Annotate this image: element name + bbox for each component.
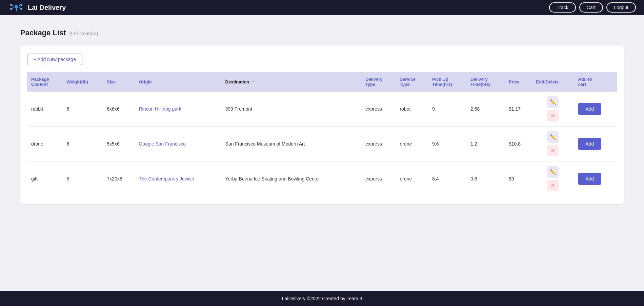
svg-point-5 [10, 4, 12, 6]
navbar: Lai Delivery Track Cart Logout [0, 0, 644, 15]
table-card: + Add New package PackageContent Weight(… [20, 45, 624, 204]
cell-edit-delete: ✏️ ✕ [532, 127, 574, 161]
svg-point-6 [20, 4, 22, 6]
cell-origin: Rincon Hill dog park [135, 92, 221, 127]
col-header-price: Price [505, 72, 532, 92]
delete-button[interactable]: ✕ [547, 110, 559, 121]
table-header-row: PackageContent Weight(lb) Size Origin De… [27, 72, 617, 92]
origin-link[interactable]: Google San Francisco [139, 141, 186, 147]
cell-content: gift [27, 161, 62, 196]
cell-destination: Yerba Buena Ice Skating and Bowling Cent… [221, 161, 361, 196]
delete-button[interactable]: ✕ [547, 145, 559, 156]
col-header-content: PackageContent [27, 72, 62, 92]
page-subtitle: (Information) [69, 31, 98, 36]
cell-size: 6x6x6 [103, 92, 135, 127]
cell-delivery-time: 2.68 [466, 92, 505, 127]
cell-pickup-time: 8.4 [428, 161, 466, 196]
action-cell: ✏️ ✕ [536, 131, 570, 156]
nav-buttons: Track Cart Logout [549, 2, 636, 13]
logo-icon [8, 2, 24, 13]
add-to-cart-button[interactable]: Add [578, 138, 601, 150]
svg-point-7 [10, 8, 12, 10]
cell-service-type: robot [396, 92, 428, 127]
footer-text: LaiDelivery ©2022 Created by Team 3 [282, 296, 362, 301]
col-header-edit-delete: Edit/Delete [532, 72, 574, 92]
cell-add-to-cart: Add [574, 161, 617, 196]
footer: LaiDelivery ©2022 Created by Team 3 [0, 291, 644, 306]
cell-weight: 6 [62, 92, 103, 127]
col-header-delivery-type: DeliveryType [361, 72, 396, 92]
logout-button[interactable]: Logout [606, 2, 636, 13]
cell-price: $9 [505, 161, 532, 196]
table-row: drone 6 5x5x6 Google San Francisco San F… [27, 127, 617, 161]
cell-edit-delete: ✏️ ✕ [532, 92, 574, 127]
packages-table: PackageContent Weight(lb) Size Origin De… [27, 72, 617, 196]
add-new-package-button[interactable]: + Add New package [27, 54, 82, 65]
col-header-service-type: ServiceType [396, 72, 428, 92]
col-header-pickup-time: Pick UpTime(hrs) [428, 72, 466, 92]
cell-service-type: drone [396, 161, 428, 196]
cell-content: rabbit [27, 92, 62, 127]
cell-add-to-cart: Add [574, 127, 617, 161]
action-cell: ✏️ ✕ [536, 96, 570, 121]
col-header-weight: Weight(lb) [62, 72, 103, 92]
cell-size: 5x5x6 [103, 127, 135, 161]
col-header-size: Size [103, 72, 135, 92]
origin-link[interactable]: The Contemporary Jewish [139, 176, 194, 181]
edit-button[interactable]: ✏️ [547, 131, 559, 143]
edit-button[interactable]: ✏️ [547, 166, 559, 178]
track-button[interactable]: Track [549, 2, 576, 13]
add-to-cart-button[interactable]: Add [578, 173, 601, 185]
cell-price: $1.17 [505, 92, 532, 127]
page-title: Package List [20, 28, 66, 37]
sort-up-icon: ↑ [252, 80, 254, 84]
col-header-add-to-cart: Add tocart [574, 72, 617, 92]
add-to-cart-button[interactable]: Add [578, 103, 601, 115]
cell-destination: San Francisco Museum of Modern Art [221, 127, 361, 161]
delete-button[interactable]: ✕ [547, 180, 559, 191]
cell-pickup-time: 9.6 [428, 127, 466, 161]
cell-size: 7x20x8 [103, 161, 135, 196]
origin-link[interactable]: Rincon Hill dog park [139, 106, 181, 112]
cell-origin: Google San Francisco [135, 127, 221, 161]
cell-delivery-type: express [361, 161, 396, 196]
cell-edit-delete: ✏️ ✕ [532, 161, 574, 196]
svg-point-8 [20, 8, 22, 10]
cell-delivery-time: 0.6 [466, 161, 505, 196]
col-header-origin: Origin [135, 72, 221, 92]
cell-add-to-cart: Add [574, 92, 617, 127]
edit-button[interactable]: ✏️ [547, 96, 559, 108]
cart-button[interactable]: Cart [579, 2, 603, 13]
cell-delivery-type: express [361, 127, 396, 161]
cell-destination: 399 Fremont [221, 92, 361, 127]
cell-pickup-time: 9 [428, 92, 466, 127]
table-row: rabbit 6 6x6x6 Rincon Hill dog park 399 … [27, 92, 617, 127]
cell-origin: The Contemporary Jewish [135, 161, 221, 196]
cell-weight: 6 [62, 127, 103, 161]
app-title: Lai Delivery [28, 4, 66, 12]
cell-weight: 5 [62, 161, 103, 196]
main-content: Package List (Information) + Add New pac… [0, 15, 644, 291]
cell-delivery-time: 1.2 [466, 127, 505, 161]
brand: Lai Delivery [8, 2, 66, 13]
cell-service-type: drone [396, 127, 428, 161]
svg-point-0 [15, 5, 18, 8]
table-row: gift 5 7x20x8 The Contemporary Jewish Ye… [27, 161, 617, 196]
cell-content: drone [27, 127, 62, 161]
cell-price: $10.8 [505, 127, 532, 161]
cell-delivery-type: express [361, 92, 396, 127]
page-title-row: Package List (Information) [20, 28, 624, 37]
action-cell: ✏️ ✕ [536, 166, 570, 191]
col-header-destination[interactable]: Destination ↑ [221, 72, 361, 92]
col-header-delivery-time: DeliveryTime(hrs) [466, 72, 505, 92]
